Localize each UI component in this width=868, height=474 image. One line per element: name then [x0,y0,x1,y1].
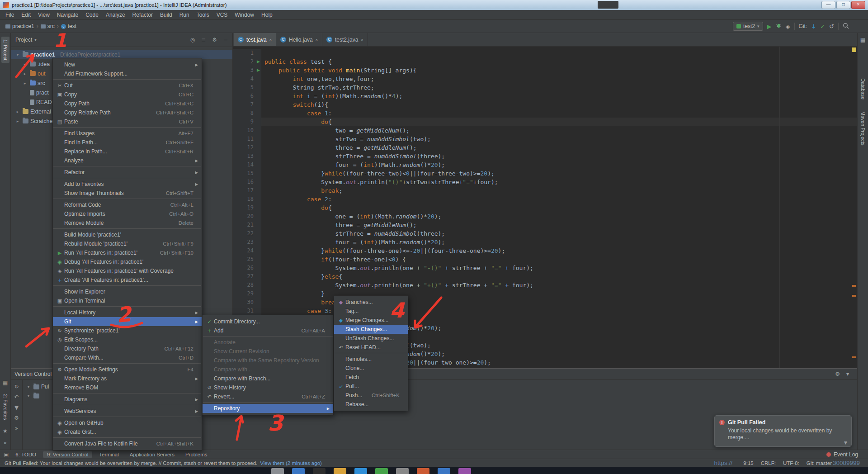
git-menu-item-annotate[interactable]: Annotate [203,338,333,347]
menu-code[interactable]: Code [82,11,102,19]
editor-tab-test2.java[interactable]: Ctest2.java× [322,33,368,46]
repo-menu-item-unstash-changes...[interactable]: UnStash Changes... [334,334,408,343]
toolwindow-button-problems[interactable]: Problems [181,451,212,458]
history-button[interactable]: ↺ [829,23,834,30]
repo-menu-item-branches...[interactable]: ◆Branches... [334,298,408,307]
context-menu-item-add-framework-support...[interactable]: Add Framework Support... [53,69,202,78]
chevron-down-icon[interactable]: ▾ [34,38,37,42]
context-menu-item-directory-path[interactable]: Directory PathCtrl+Alt+F12 [53,344,202,353]
context-menu-item-mark-directory-as[interactable]: Mark Directory as▶ [53,374,202,383]
context-menu-item-create-all-features-in-practice1-...[interactable]: +Create 'All Features in: practice1'... [53,275,202,284]
git-menu-item-commit-directory...[interactable]: ✓Commit Directory... [203,317,333,326]
run-gutter-icon[interactable]: ▶ [257,66,260,75]
context-menu-item-find-in-path...[interactable]: Find in Path...Ctrl+Shift+F [53,138,202,147]
breadcrumb-practice1[interactable]: practice1 [5,23,34,29]
filter-icon[interactable]: ≡ [201,37,206,43]
repo-menu-item-reset-head...[interactable]: ↶Reset HEAD... [334,343,408,352]
notification-git-pull-failed[interactable]: ! Git Pull Failed Your local changes wou… [714,415,852,447]
tool-button-project[interactable]: 1: Project [1,37,9,63]
editor-tab-test.java[interactable]: Ctest.java× [234,33,276,46]
menu-vcs[interactable]: VCS [213,11,231,19]
context-menu-item-run-all-features-in-practice1-with-coverage[interactable]: ◈Run 'All Features in: practice1' with C… [53,266,202,275]
gear-icon[interactable]: ⚙ [212,37,217,43]
context-menu-item-optimize-imports[interactable]: Optimize ImportsCtrl+Alt+O [53,209,202,218]
debug-button[interactable] [776,23,782,30]
vc-tree-row[interactable]: ▾ [25,391,49,400]
context-menu-item-build-module-practice1[interactable]: Build Module 'practice1' [53,230,202,239]
context-menu-item-replace-in-path...[interactable]: Replace in Path...Ctrl+Shift+R [53,147,202,156]
taskbar-icon[interactable] [334,468,346,474]
run-button[interactable]: ▶ [767,23,772,30]
git-menu-item-add[interactable]: +AddCtrl+Alt+A [203,326,333,335]
tool-button-database[interactable]: Database [860,78,866,100]
run-configuration-select[interactable]: test2 ▾ [733,22,763,31]
context-menu-item-diagrams[interactable]: Diagrams▶ [53,395,202,404]
taskbar-icon[interactable] [271,468,284,474]
context-menu-item-local-history[interactable]: Local History▶ [53,308,202,317]
tool-button-maven-projects[interactable]: Maven Projects [860,111,866,146]
context-menu-item-show-in-explorer[interactable]: Show in Explorer [53,287,202,296]
vc-tree-row[interactable]: ▾Pul [25,382,49,391]
vc-tool-icon[interactable]: ↶ [14,394,19,400]
context-menu-item-reformat-code[interactable]: Reformat CodeCtrl+Alt+L [53,200,202,209]
toolwindow-switcher-icon[interactable]: ▣ [4,451,9,458]
context-menu-item-copy[interactable]: ▣CopyCtrl+C [53,90,202,99]
menu-analyze[interactable]: Analyze [102,11,129,19]
context-menu-item-refactor[interactable]: Refactor▶ [53,168,202,177]
event-log-button[interactable]: Event Log [834,451,858,458]
context-menu-item-find-usages[interactable]: Find UsagesAlt+F7 [53,129,202,138]
git-menu-item-show-current-revision[interactable]: Show Current Revision [203,347,333,356]
context-menu-item-paste[interactable]: ▤PasteCtrl+V [53,117,202,126]
repo-menu-item-clone...[interactable]: Clone... [334,364,408,373]
vcs-commit-button[interactable]: ✓ [820,23,825,30]
context-menu-item-open-on-github[interactable]: ◉Open on GitHub [53,418,202,427]
git-menu-item-repository[interactable]: Repository▶ [203,404,333,413]
repo-menu-item-fetch[interactable]: Fetch [334,373,408,382]
context-menu-item-webservices[interactable]: WebServices▶ [53,407,202,416]
context-menu-item-open-in-terminal[interactable]: ▣Open in Terminal [53,296,202,305]
taskbar-icon[interactable] [313,468,326,474]
star-icon[interactable]: ★ [3,428,8,434]
repo-menu-item-remotes...[interactable]: Remotes... [334,355,408,364]
maximize-button[interactable]: □ [836,1,850,9]
context-menu-item-edit-scopes...[interactable]: ◎Edit Scopes... [53,335,202,344]
context-menu-item-copy-path[interactable]: Copy PathCtrl+Shift+C [53,99,202,108]
chevron-down-icon[interactable]: ▼ [844,441,847,445]
menu-tools[interactable]: Tools [193,11,213,19]
search-icon[interactable] [843,23,849,30]
encoding[interactable]: UTF-8: [783,460,799,466]
taskbar-icon[interactable] [417,468,429,474]
context-menu-item-add-to-favorites[interactable]: Add to Favorites▶ [53,180,202,189]
minimize-button[interactable]: — [821,1,835,9]
menu-build[interactable]: Build [156,11,176,19]
line-ending[interactable]: CRLF: [761,460,776,466]
menu-edit[interactable]: Edit [18,11,34,19]
taskbar-icon[interactable] [438,468,450,474]
context-menu-item-new[interactable]: New▶ [53,60,202,69]
taskbar-icon[interactable] [396,468,409,474]
tab-close-icon[interactable]: × [316,38,318,42]
project-panel-title[interactable]: Project [15,37,32,43]
vc-tool-icon[interactable]: ▼ [14,404,19,411]
breadcrumb-src[interactable]: src [41,23,55,29]
vc-tool-icon[interactable]: ⚙ [14,415,19,421]
repo-menu-item-pull...[interactable]: ↙Pull... [334,382,408,391]
repo-menu-item-push...[interactable]: Push...Ctrl+Shift+K [334,391,408,400]
repo-menu-item-rebase...[interactable]: Rebase... [334,400,408,409]
context-menu-item-open-module-settings[interactable]: ⚙Open Module SettingsF4 [53,365,202,374]
coverage-button[interactable]: ◈ [786,23,790,30]
menu-view[interactable]: View [34,11,53,19]
status-view-link[interactable]: View them (2 minutes ago) [260,460,322,466]
taskbar-icon[interactable] [458,468,471,474]
menu-refactor[interactable]: Refactor [129,11,156,19]
context-menu-item-remove-bom[interactable]: Remove BOM [53,383,202,392]
context-menu-item-rebuild-module-practice1[interactable]: Rebuild Module 'practice1'Ctrl+Shift+F9 [53,239,202,248]
vc-tool-icon[interactable]: » [15,425,18,431]
close-button[interactable]: × [851,1,865,9]
taskbar-icon[interactable] [375,468,388,474]
toolwindow-button-9-version-control[interactable]: 9: Version Control [43,451,92,458]
vc-tool-icon[interactable]: ↻ [14,384,19,390]
context-menu-item-debug-all-features-in-practice1[interactable]: ◉Debug 'All Features in: practice1' [53,257,202,266]
context-menu-item-git[interactable]: Git▶ [53,317,202,326]
structure-icon[interactable]: ▦ [3,379,8,386]
